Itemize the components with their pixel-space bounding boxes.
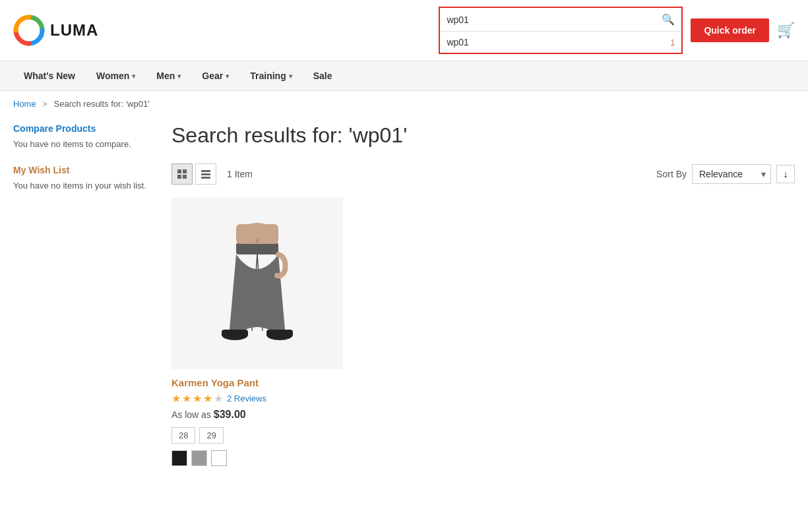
nav-link-sale[interactable]: Sale [303, 61, 343, 90]
svg-rect-10 [236, 243, 278, 254]
reviews-link[interactable]: 2 Reviews [227, 394, 266, 403]
svg-rect-4 [183, 175, 187, 179]
product-image[interactable] [171, 198, 343, 369]
svg-rect-5 [201, 170, 210, 172]
search-dropdown: wp01 1 [440, 32, 681, 53]
star-1: ★ [171, 392, 181, 405]
nav-list: What's New Women ▾ Men ▾ Gear ▾ [13, 61, 795, 90]
content-area: Search results for: 'wp01' [171, 117, 795, 466]
size-options: 28 29 [171, 427, 343, 444]
search-input[interactable]: wp01 [447, 15, 662, 25]
gear-chevron-icon: ▾ [226, 73, 229, 80]
nav-label-men: Men [156, 71, 175, 81]
nav-link-women[interactable]: Women ▾ [86, 61, 146, 90]
svg-rect-7 [201, 177, 210, 179]
search-box: wp01 🔍 wp01 1 [439, 7, 683, 54]
price-amount: $39.00 [214, 409, 246, 420]
sort-label: Sort By [656, 169, 687, 179]
nav-item-women: Women ▾ [86, 61, 146, 90]
star-5: ★ [214, 392, 223, 405]
site-header: LUMA wp01 🔍 wp01 1 Quick or [0, 0, 808, 61]
reviews-count: 2 [227, 394, 232, 403]
sort-select[interactable]: Position Product Name Price Relevance [692, 164, 771, 184]
nav-link-men[interactable]: Men ▾ [146, 61, 191, 90]
grid-view-button[interactable] [171, 163, 193, 185]
nav-item-whats-new: What's New [13, 61, 86, 90]
search-icon[interactable]: 🔍 [662, 13, 675, 26]
color-black-swatch[interactable] [171, 450, 187, 466]
stars-row: ★ ★ ★ ★ ★ 2 Reviews [171, 392, 343, 405]
nav-link-gear[interactable]: Gear ▾ [191, 61, 239, 90]
svg-rect-3 [177, 175, 181, 179]
search-input-row: wp01 🔍 [440, 8, 681, 32]
size-29-button[interactable]: 29 [199, 427, 223, 444]
luma-logo-icon [13, 15, 45, 46]
sort-select-wrapper: Position Product Name Price Relevance [692, 164, 771, 184]
product-grid: Karmen Yoga Pant ★ ★ ★ ★ ★ 2 Reviews [171, 198, 795, 466]
sort-direction-button[interactable]: ↓ [776, 165, 795, 183]
quick-order-button[interactable]: Quick order [691, 18, 769, 42]
sidebar: Compare Products You have no items to co… [13, 117, 152, 466]
compare-products-title[interactable]: Compare Products [13, 123, 152, 134]
view-mode-buttons [171, 163, 216, 185]
item-count: 1 Item [227, 169, 253, 179]
star-2: ★ [182, 392, 191, 405]
color-gray-swatch[interactable] [191, 450, 207, 466]
star-4: ★ [203, 392, 212, 405]
breadcrumb: Home > Search results for: 'wp01' [0, 91, 808, 117]
list-view-button[interactable] [195, 163, 216, 185]
nav-link-whats-new[interactable]: What's New [13, 61, 86, 90]
svg-rect-14 [266, 330, 293, 336]
reviews-label: Reviews [234, 394, 266, 403]
main-nav: What's New Women ▾ Men ▾ Gear ▾ [0, 61, 808, 91]
page-title: Search results for: 'wp01' [171, 123, 795, 148]
product-image-svg [171, 198, 343, 369]
color-white-swatch[interactable] [211, 450, 227, 466]
nav-item-gear: Gear ▾ [191, 61, 239, 90]
nav-item-men: Men ▾ [146, 61, 191, 90]
nav-label-sale: Sale [313, 71, 332, 81]
wishlist-title[interactable]: My Wish List [13, 165, 152, 175]
main-content: Compare Products You have no items to co… [0, 117, 808, 492]
suggestion-count: 1 [670, 38, 675, 47]
wishlist-empty-text: You have no items in your wish list. [13, 181, 152, 191]
product-rating: ★ ★ ★ ★ ★ [171, 392, 223, 405]
list-icon [201, 169, 211, 179]
men-chevron-icon: ▾ [177, 73, 181, 80]
nav-label-women: Women [96, 71, 129, 81]
toolbar: 1 Item Sort By Position Product Name Pri… [171, 163, 795, 185]
sort-area: Sort By Position Product Name Price Rele… [656, 164, 795, 184]
svg-point-16 [255, 238, 259, 243]
header-right: wp01 🔍 wp01 1 Quick order 🛒 [439, 7, 795, 54]
nav-label-training: Training [250, 71, 286, 81]
price-row: As low as $39.00 [171, 409, 343, 421]
breadcrumb-separator: > [42, 99, 47, 109]
product-card: Karmen Yoga Pant ★ ★ ★ ★ ★ 2 Reviews [171, 198, 343, 466]
cart-icon[interactable]: 🛒 [777, 22, 795, 39]
product-name[interactable]: Karmen Yoga Pant [171, 377, 343, 388]
logo-area[interactable]: LUMA [13, 15, 98, 46]
search-suggestion-item[interactable]: wp01 1 [440, 32, 681, 53]
nav-item-training: Training ▾ [239, 61, 302, 90]
svg-rect-6 [201, 173, 210, 175]
svg-rect-2 [183, 169, 187, 173]
logo-text: LUMA [50, 21, 98, 40]
search-wrapper: wp01 🔍 wp01 1 [439, 7, 683, 54]
svg-rect-12 [222, 330, 248, 336]
breadcrumb-current: Search results for: 'wp01' [54, 99, 150, 109]
nav-item-sale: Sale [303, 61, 343, 90]
women-chevron-icon: ▾ [132, 73, 135, 80]
grid-icon [177, 169, 187, 179]
color-options [171, 450, 343, 466]
breadcrumb-home[interactable]: Home [13, 99, 36, 109]
training-chevron-icon: ▾ [289, 73, 292, 80]
svg-rect-1 [177, 169, 181, 173]
nav-link-training[interactable]: Training ▾ [239, 61, 302, 90]
star-3: ★ [193, 392, 202, 405]
size-28-button[interactable]: 28 [171, 427, 195, 444]
nav-label-whats-new: What's New [24, 71, 75, 81]
suggestion-text: wp01 [447, 37, 468, 47]
compare-empty-text: You have no items to compare. [13, 139, 152, 149]
price-label: As low as [171, 409, 211, 420]
nav-label-gear: Gear [202, 71, 223, 81]
